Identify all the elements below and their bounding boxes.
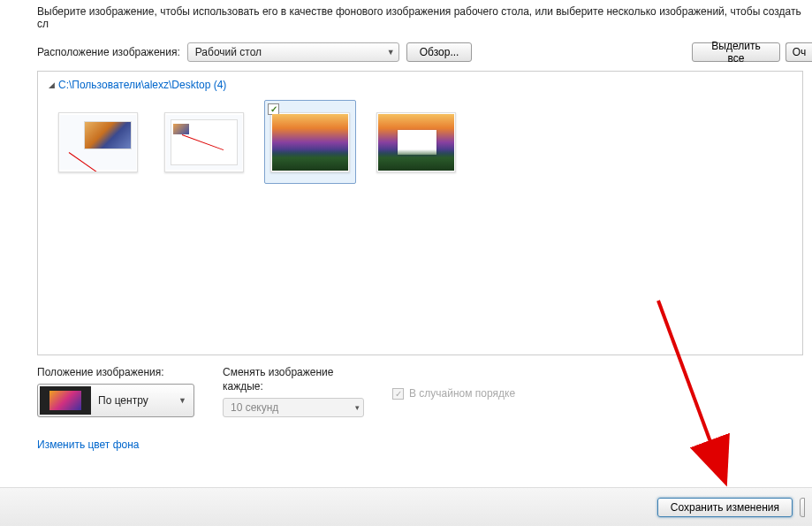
- interval-label-2: каждые:: [223, 380, 364, 393]
- thumbnail-4[interactable]: [370, 100, 462, 184]
- position-dropdown[interactable]: По центру ▼: [37, 384, 194, 417]
- position-preview-icon: [40, 386, 91, 415]
- save-changes-button[interactable]: Сохранить изменения: [657, 498, 793, 517]
- position-label: Положение изображения:: [37, 366, 194, 378]
- dialog-footer: Сохранить изменения: [0, 487, 812, 526]
- chevron-down-icon: ▼: [387, 48, 395, 57]
- image-gallery: ◢ C:\Пользователи\alexz\Desktop (4) ✓: [37, 71, 803, 355]
- select-all-button[interactable]: Выделить все: [692, 42, 780, 62]
- location-dropdown[interactable]: Рабочий стол ▼: [187, 42, 399, 62]
- chevron-down-icon: ▼: [178, 396, 186, 405]
- location-label: Расположение изображения:: [37, 46, 180, 58]
- shuffle-label: В случайном порядке: [409, 387, 515, 400]
- folder-path-text: C:\Пользователи\alexz\Desktop (4): [58, 79, 226, 91]
- browse-button[interactable]: Обзор...: [406, 42, 473, 62]
- shuffle-checkbox-row: ✓ В случайном порядке: [392, 366, 515, 400]
- clear-button[interactable]: Оч: [785, 42, 812, 62]
- position-value: По центру: [98, 394, 148, 407]
- folder-path-row[interactable]: ◢ C:\Пользователи\alexz\Desktop (4): [49, 79, 792, 91]
- thumbnail-3[interactable]: ✓: [264, 100, 356, 184]
- collapse-triangle-icon: ◢: [49, 80, 55, 89]
- shuffle-checkbox: ✓: [392, 388, 404, 400]
- cancel-button-partial[interactable]: [800, 498, 805, 517]
- thumbnail-1[interactable]: [52, 100, 144, 184]
- change-bg-color-link[interactable]: Изменить цвет фона: [37, 438, 194, 451]
- interval-value: 10 секунд: [231, 401, 278, 414]
- chevron-down-icon: ▾: [355, 403, 360, 412]
- instruction-text: Выберите изображение, чтобы использовать…: [37, 0, 812, 42]
- interval-label-1: Сменять изображение: [223, 366, 364, 378]
- location-value: Рабочий стол: [195, 46, 262, 58]
- interval-dropdown[interactable]: 10 секунд ▾: [223, 398, 364, 417]
- thumbnail-2[interactable]: [158, 100, 250, 184]
